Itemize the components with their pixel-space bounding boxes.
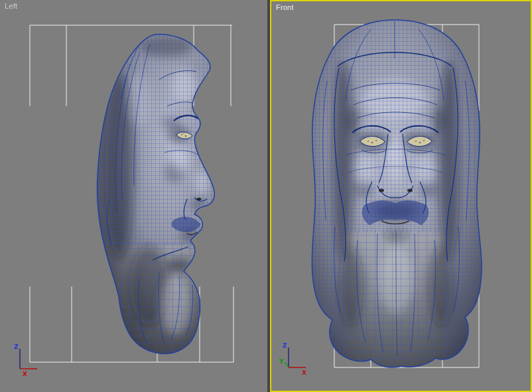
axis-tripod-icon: Z X [14, 344, 37, 377]
wireframe-grid [304, 13, 503, 375]
viewport-label-left[interactable]: Left [5, 2, 17, 10]
axis-z-label: Z [283, 342, 287, 349]
viewport-front[interactable]: Front [270, 0, 532, 392]
axis-y-label: Y [279, 358, 284, 365]
axis-tripod-icon: Z Y X [279, 342, 306, 376]
head-model-side[interactable] [86, 20, 226, 381]
axis-x-label: X [23, 371, 27, 377]
viewport-label-front[interactable]: Front [276, 3, 294, 11]
head-model-front[interactable] [304, 13, 503, 375]
axis-z-label: Z [14, 344, 19, 350]
viewport-left[interactable]: Left [0, 0, 267, 392]
axis-x-label: X [302, 369, 306, 376]
viewport-canvas-front[interactable]: Z Y X [271, 1, 531, 391]
viewport-canvas-left[interactable]: Z X [0, 0, 267, 392]
